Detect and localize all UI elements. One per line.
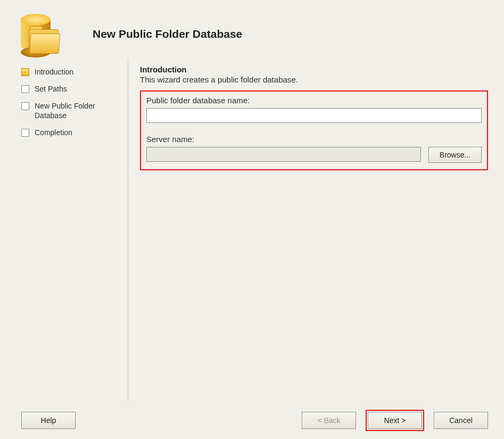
step-label: Introduction	[35, 67, 73, 77]
database-name-input[interactable]	[146, 108, 482, 123]
wizard-content: Introduction This wizard creates a publi…	[128, 56, 504, 402]
help-button[interactable]: Help	[21, 412, 76, 429]
server-name-label: Server name:	[146, 135, 482, 144]
next-button-highlight: Next >	[366, 410, 424, 431]
step-label: Set Paths	[35, 84, 67, 94]
step-set-paths[interactable]: Set Paths	[21, 84, 128, 94]
step-indicator-icon	[21, 68, 29, 76]
step-indicator-icon	[21, 85, 29, 93]
server-name-input	[146, 147, 421, 162]
next-button[interactable]: Next >	[368, 412, 422, 429]
cancel-button[interactable]: Cancel	[434, 412, 488, 429]
highlight-box: Public folder database name: Server name…	[140, 90, 488, 170]
browse-button[interactable]: Browse...	[428, 147, 482, 163]
server-name-row: Browse...	[146, 147, 482, 163]
step-introduction[interactable]: Introduction	[21, 67, 128, 77]
wizard-footer: Help < Back Next > Cancel	[0, 402, 504, 439]
wizard-steps-sidebar: Introduction Set Paths New Public Folder…	[0, 56, 128, 402]
back-button: < Back	[302, 412, 356, 429]
step-new-public-folder-database[interactable]: New Public Folder Database	[21, 101, 128, 120]
step-label: New Public Folder Database	[35, 101, 128, 120]
wizard-title: New Public Folder Database	[93, 28, 242, 40]
step-completion[interactable]: Completion	[21, 128, 128, 137]
step-indicator-icon	[21, 102, 29, 110]
wizard-body: Introduction Set Paths New Public Folder…	[0, 56, 504, 402]
page-subheading: This wizard creates a public folder data…	[140, 75, 488, 84]
page-heading: Introduction	[140, 65, 488, 74]
database-name-label: Public folder database name:	[146, 96, 482, 105]
step-indicator-icon	[21, 129, 29, 137]
wizard-window: New Public Folder Database Introduction …	[0, 0, 504, 439]
wizard-header: New Public Folder Database	[0, 0, 504, 56]
public-folder-database-icon	[19, 13, 61, 55]
step-label: Completion	[35, 128, 72, 137]
